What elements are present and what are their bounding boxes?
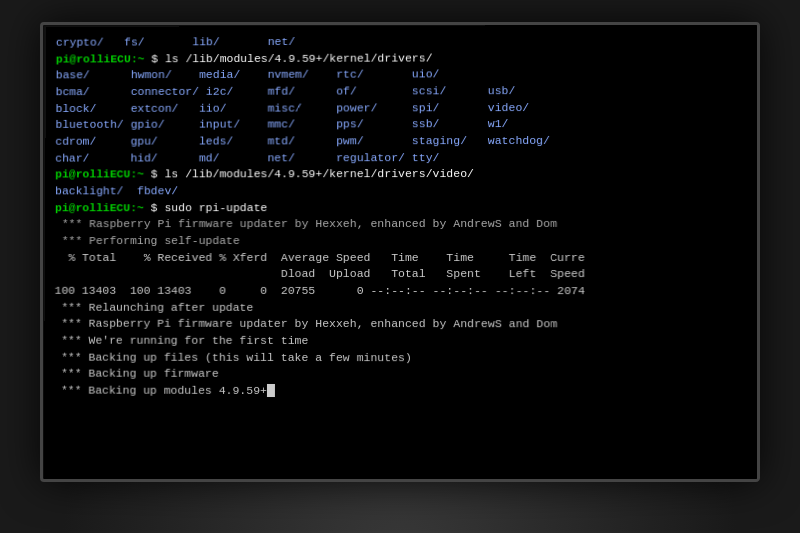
prompt: pi@rolliECU:~ <box>56 52 145 65</box>
terminal-line: block/ extcon/ iio/ misc/ power/ spi/ vi… <box>56 99 749 117</box>
terminal-line-cursor: *** Backing up modules 4.9.59+ <box>54 382 749 400</box>
terminal-line: *** Backing up files (this will take a f… <box>54 349 749 367</box>
terminal-line: pi@rolliECU:~ $ sudo rpi-update <box>55 199 749 216</box>
terminal-line: char/ hid/ md/ net/ regulator/ tty/ <box>55 149 748 167</box>
monitor-frame: crypto/ fs/ lib/ net/ pi@rolliECU:~ $ ls… <box>40 22 760 482</box>
terminal-line: *** Relaunching after update <box>54 299 749 316</box>
command: $ ls /lib/modules/4.9.59+/kernel/drivers… <box>144 51 432 65</box>
command: $ sudo rpi-update <box>144 200 267 213</box>
text-cursor <box>267 384 275 397</box>
terminal-line: *** Raspberry Pi firmware updater by Hex… <box>55 216 749 233</box>
terminal-line: 100 13403 100 13403 0 0 20755 0 --:--:--… <box>55 282 749 299</box>
terminal-line: pi@rolliECU:~ $ ls /lib/modules/4.9.59+/… <box>55 166 748 183</box>
outer-wrapper: crypto/ fs/ lib/ net/ pi@rolliECU:~ $ ls… <box>0 0 800 533</box>
terminal-line: backlight/ fbdev/ <box>55 182 748 199</box>
terminal-line: cdrom/ gpu/ leds/ mtd/ pwm/ staging/ wat… <box>55 132 748 150</box>
prompt: pi@rolliECU:~ <box>55 200 144 213</box>
terminal-line: bcma/ connector/ i2c/ mfd/ of/ scsi/ usb… <box>56 82 748 100</box>
command: $ ls /lib/modules/4.9.59+/kernel/drivers… <box>144 167 474 180</box>
terminal-line: base/ hwmon/ media/ nvmem/ rtc/ uio/ <box>56 65 748 83</box>
terminal-line: *** Backing up firmware <box>54 366 749 384</box>
terminal-line: pi@rolliECU:~ $ ls /lib/modules/4.9.59+/… <box>56 49 748 68</box>
terminal-screen[interactable]: crypto/ fs/ lib/ net/ pi@rolliECU:~ $ ls… <box>44 24 760 480</box>
terminal-line: *** Performing self-update <box>55 232 749 249</box>
terminal-line: Dload Upload Total Spent Left Speed <box>55 266 749 283</box>
terminal-line: % Total % Received % Xferd Average Speed… <box>55 249 749 266</box>
terminal-line: *** Raspberry Pi firmware updater by Hex… <box>54 316 749 333</box>
terminal-line: crypto/ fs/ lib/ net/ <box>56 32 748 51</box>
terminal-line: *** We're running for the first time <box>54 332 749 350</box>
terminal-line: bluetooth/ gpio/ input/ mmc/ pps/ ssb/ w… <box>55 115 748 133</box>
prompt: pi@rolliECU:~ <box>55 167 144 180</box>
